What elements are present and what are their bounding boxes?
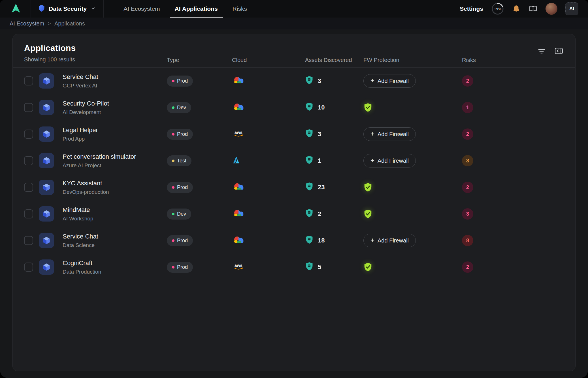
svg-text:aws: aws <box>235 263 242 268</box>
app-cube-icon <box>39 73 54 89</box>
plus-icon: + <box>370 157 374 164</box>
type-label: Prod <box>177 131 188 137</box>
type-dot <box>172 160 174 162</box>
col-header-type: Type <box>167 57 232 63</box>
table-row[interactable]: Security Co-Pilot AI Development Dev <box>13 94 575 121</box>
assets-shield-icon <box>305 76 314 86</box>
type-badge: Prod <box>167 76 193 87</box>
app-name: MindMate <box>63 206 167 214</box>
add-firewall-button[interactable]: + Add Firewall <box>363 234 416 247</box>
ai-assistant-button[interactable]: AI <box>565 2 578 15</box>
app-name: Pet conversation simulator <box>63 153 167 160</box>
type-label: Test <box>177 158 186 164</box>
table-row[interactable]: Service Chat GCP Vertex AI Prod <box>13 68 575 94</box>
type-dot <box>172 266 174 269</box>
row-checkbox[interactable] <box>24 76 33 85</box>
row-checkbox[interactable] <box>24 130 33 139</box>
notifications-bell-icon[interactable] <box>512 5 521 13</box>
gcp-cloud-icon <box>232 235 245 246</box>
type-label: Dev <box>177 105 186 111</box>
assets-count: 2 <box>318 210 321 218</box>
row-checkbox[interactable] <box>24 209 33 218</box>
firewall-protected-icon <box>363 209 462 219</box>
app-name: Security Co-Pilot <box>63 100 167 107</box>
risk-badge[interactable]: 2 <box>462 261 473 273</box>
app-cube-icon <box>39 206 54 222</box>
docs-book-icon[interactable] <box>529 5 538 13</box>
app-subtitle: AI Workshop <box>63 216 167 222</box>
table-row[interactable]: KYC Assistant DevOps-production Prod <box>13 174 575 201</box>
risk-badge[interactable]: 2 <box>462 128 473 140</box>
card-actions <box>537 47 563 55</box>
navbar-left: Data Security AI EcosystemAI Application… <box>0 0 254 18</box>
row-checkbox[interactable] <box>24 263 33 272</box>
col-header-assets: Assets Discovered <box>305 57 363 63</box>
risk-badge[interactable]: 3 <box>462 208 473 220</box>
assets-shield-icon <box>305 102 314 113</box>
add-firewall-button[interactable]: + Add Firewall <box>363 154 416 167</box>
type-badge: Prod <box>167 262 193 273</box>
table-header: Showing 100 results Type Cloud Assets Di… <box>13 54 575 68</box>
app-name: Service Chat <box>63 73 167 81</box>
breadcrumb-applications: Applications <box>54 20 85 27</box>
add-firewall-button[interactable]: + Add Firewall <box>363 127 416 141</box>
firewall-protected-icon <box>363 103 462 112</box>
type-label: Dev <box>177 211 186 217</box>
risk-badge[interactable]: 8 <box>462 235 473 246</box>
risk-badge[interactable]: 1 <box>462 102 473 113</box>
nav-tab-ai-ecosystem[interactable]: AI Ecosystem <box>116 0 167 18</box>
app-cube-icon <box>39 153 54 168</box>
nav-tab-risks[interactable]: Risks <box>225 0 254 18</box>
aws-cloud-icon: aws <box>232 129 245 139</box>
assets-count: 3 <box>318 77 321 85</box>
tab-label: AI Ecosystem <box>123 5 160 12</box>
plus-icon: + <box>370 237 374 244</box>
assets-count: 18 <box>318 237 325 244</box>
risk-badge[interactable]: 2 <box>462 182 473 193</box>
table-row[interactable]: CogniCraft Data Production Prod aws <box>13 254 575 280</box>
product-selector[interactable]: Data Security <box>31 0 104 18</box>
assets-shield-icon <box>305 155 314 166</box>
row-checkbox[interactable] <box>24 183 33 192</box>
tab-label: Risks <box>233 5 247 12</box>
assets-shield-icon <box>305 209 314 219</box>
breadcrumb: AI Ecosystem > Applications <box>0 18 588 29</box>
add-firewall-label: Add Firewall <box>378 158 409 164</box>
usage-ring[interactable]: 19% <box>491 2 504 15</box>
filter-icon[interactable] <box>537 47 546 55</box>
app-window: Data Security AI EcosystemAI Application… <box>0 0 588 378</box>
gcp-cloud-icon <box>232 76 245 86</box>
table-row[interactable]: Legal Helper Prod App Prod aws <box>13 121 575 147</box>
breadcrumb-ai-ecosystem[interactable]: AI Ecosystem <box>10 20 44 27</box>
row-checkbox[interactable] <box>24 156 33 165</box>
brand-logo[interactable] <box>0 0 31 18</box>
user-avatar[interactable] <box>546 3 557 15</box>
app-cube-icon <box>39 100 54 115</box>
table-row[interactable]: MindMate AI Workshop Dev <box>13 201 575 227</box>
add-firewall-button[interactable]: + Add Firewall <box>363 74 416 88</box>
chevron-down-icon <box>90 5 96 12</box>
type-dot <box>172 213 174 215</box>
table-row[interactable]: Pet conversation simulator Azure AI Proj… <box>13 147 575 174</box>
type-badge: Dev <box>167 209 191 220</box>
settings-link[interactable]: Settings <box>460 5 483 12</box>
nav-tab-ai-applications[interactable]: AI Applications <box>167 0 225 18</box>
row-checkbox[interactable] <box>24 103 33 112</box>
table-row[interactable]: Service Chat Data Science Prod <box>13 227 575 254</box>
type-dot <box>172 133 174 136</box>
main-content: Applications Showing 100 results Type Cl… <box>0 29 588 378</box>
product-shield-icon <box>38 5 45 13</box>
risk-badge[interactable]: 2 <box>462 75 473 87</box>
aws-cloud-icon: aws <box>232 262 245 272</box>
add-firewall-label: Add Firewall <box>378 78 409 84</box>
risk-badge[interactable]: 3 <box>462 155 473 166</box>
row-checkbox[interactable] <box>24 236 33 245</box>
columns-icon[interactable] <box>554 47 563 55</box>
type-badge: Dev <box>167 102 191 113</box>
usage-percent: 19% <box>491 2 504 15</box>
assets-count: 23 <box>318 184 325 191</box>
app-cube-icon <box>39 180 54 195</box>
azure-cloud-icon <box>232 156 240 166</box>
navbar-right: Settings 19% <box>460 0 588 18</box>
nav-tabs: AI EcosystemAI ApplicationsRisks <box>116 0 254 18</box>
